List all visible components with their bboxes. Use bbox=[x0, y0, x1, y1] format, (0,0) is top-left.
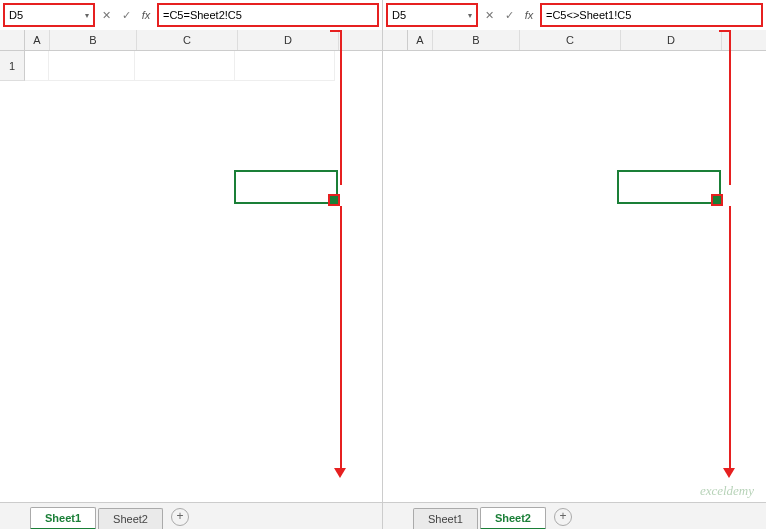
col-head-c[interactable]: C bbox=[520, 30, 621, 50]
cancel-icon[interactable]: ✕ bbox=[481, 7, 497, 23]
name-box[interactable]: D5 ▾ bbox=[387, 4, 477, 26]
grid[interactable]: A B C D bbox=[383, 30, 766, 503]
sheet-tabs: Sheet1 Sheet2 + bbox=[383, 502, 766, 529]
column-headers: A B C D bbox=[383, 30, 766, 51]
tab-sheet2[interactable]: Sheet2 bbox=[98, 508, 163, 529]
add-sheet-icon[interactable]: + bbox=[554, 508, 572, 526]
formula-text: =C5<>Sheet1!C5 bbox=[546, 9, 631, 21]
grid[interactable]: A B C D 1 bbox=[0, 30, 382, 503]
cell[interactable] bbox=[135, 51, 235, 81]
formula-bar: D5 ▾ ✕ ✓ fx =C5<>Sheet1!C5 bbox=[383, 0, 766, 31]
cell[interactable] bbox=[235, 51, 335, 81]
confirm-icon[interactable]: ✓ bbox=[118, 7, 134, 23]
cancel-icon[interactable]: ✕ bbox=[98, 7, 114, 23]
callout-arrow bbox=[729, 206, 731, 470]
selection-d5 bbox=[234, 170, 338, 204]
chevron-down-icon: ▾ bbox=[468, 11, 472, 20]
callout-arrow bbox=[729, 30, 731, 185]
cell[interactable] bbox=[25, 51, 49, 81]
pane-sheet2: D5 ▾ ✕ ✓ fx =C5<>Sheet1!C5 A B C D bbox=[383, 0, 766, 529]
col-head-d[interactable]: D bbox=[621, 30, 722, 50]
name-box-value: D5 bbox=[392, 9, 406, 21]
col-head-c[interactable]: C bbox=[137, 30, 238, 50]
arrow-head-icon bbox=[334, 468, 346, 478]
tab-sheet2[interactable]: Sheet2 bbox=[480, 507, 546, 529]
tab-sheet1[interactable]: Sheet1 bbox=[30, 507, 96, 529]
col-head-a[interactable]: A bbox=[25, 30, 50, 50]
select-all-corner[interactable] bbox=[0, 30, 25, 50]
formula-bar: D5 ▾ ✕ ✓ fx =C5=Sheet2!C5 bbox=[0, 0, 382, 31]
fx-icon[interactable]: fx bbox=[521, 7, 537, 23]
formula-input[interactable]: =C5=Sheet2!C5 bbox=[158, 4, 378, 26]
tab-sheet1[interactable]: Sheet1 bbox=[413, 508, 478, 529]
col-head-b[interactable]: B bbox=[50, 30, 137, 50]
add-sheet-icon[interactable]: + bbox=[171, 508, 189, 526]
col-head-d[interactable]: D bbox=[238, 30, 339, 50]
name-box[interactable]: D5 ▾ bbox=[4, 4, 94, 26]
callout-arrow bbox=[330, 30, 342, 32]
column-headers: A B C D bbox=[0, 30, 382, 51]
callout-arrow bbox=[340, 30, 342, 185]
callout-arrow bbox=[719, 30, 731, 32]
sheet-tabs: Sheet1 Sheet2 + bbox=[0, 502, 382, 529]
fx-icon[interactable]: fx bbox=[138, 7, 154, 23]
chevron-down-icon: ▾ bbox=[85, 11, 89, 20]
arrow-head-icon bbox=[723, 468, 735, 478]
selection-d5 bbox=[617, 170, 721, 204]
col-head-b[interactable]: B bbox=[433, 30, 520, 50]
formula-text: =C5=Sheet2!C5 bbox=[163, 9, 242, 21]
fill-handle[interactable] bbox=[330, 196, 338, 204]
pane-sheet1: D5 ▾ ✕ ✓ fx =C5=Sheet2!C5 A B C D 1 bbox=[0, 0, 383, 529]
callout-arrow bbox=[340, 206, 342, 470]
select-all-corner[interactable] bbox=[383, 30, 408, 50]
row-head-1[interactable]: 1 bbox=[0, 51, 25, 81]
col-head-a[interactable]: A bbox=[408, 30, 433, 50]
cell[interactable] bbox=[49, 51, 135, 81]
confirm-icon[interactable]: ✓ bbox=[501, 7, 517, 23]
formula-input[interactable]: =C5<>Sheet1!C5 bbox=[541, 4, 762, 26]
name-box-value: D5 bbox=[9, 9, 23, 21]
fill-handle[interactable] bbox=[713, 196, 721, 204]
